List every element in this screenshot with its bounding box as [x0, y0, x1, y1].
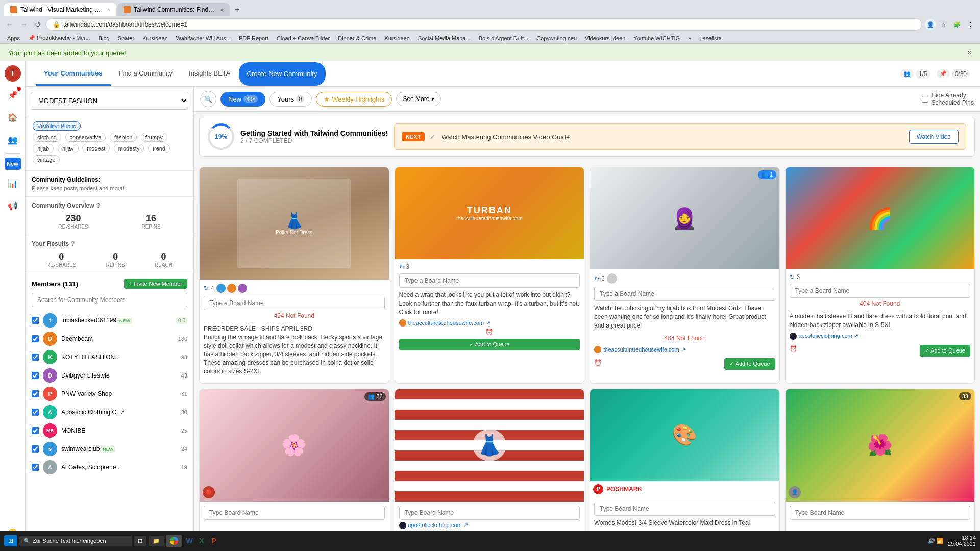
tab-active[interactable]: Tailwind - Visual Marketing Suite... × — [4, 3, 116, 16]
member-checkbox-9[interactable] — [32, 464, 39, 471]
pin-card-6: 👗 apostolicclothing.com ↗ ⏰ ✓ Add to Que… — [395, 389, 585, 546]
powerpoint-item[interactable]: P — [209, 536, 219, 546]
tag-vintage[interactable]: vintage — [33, 155, 60, 164]
pin-emoji-7: 🎨 — [672, 423, 697, 447]
apps-bookmark[interactable]: Apps — [4, 34, 23, 42]
results-help-icon[interactable]: ? — [71, 240, 75, 247]
overview-reshares: 230 RE-SHARES — [58, 213, 88, 230]
member-checkbox-1[interactable] — [32, 317, 39, 324]
left-sidebar: T 📌 🏠 👥 New 📊 📢 😊 — [0, 61, 26, 546]
board-name-input-8[interactable] — [790, 506, 971, 520]
tag-modesty[interactable]: modesty — [114, 144, 144, 153]
bookmark-13[interactable]: Videokurs Ideen — [582, 34, 628, 42]
user-avatar-8: 👤 — [789, 486, 801, 498]
watch-video-button[interactable]: Watch Video — [909, 130, 959, 144]
word-item[interactable]: W — [184, 536, 194, 546]
tag-clothing[interactable]: clothing — [33, 133, 61, 142]
home-icon[interactable]: 🏠 — [4, 108, 22, 127]
add-queue-button-3[interactable]: ✓ Add to Queue — [724, 358, 775, 370]
highlights-filter-button[interactable]: ★ Weekly Highlights — [316, 92, 392, 107]
tab-close-1[interactable]: × — [107, 7, 110, 13]
chrome-item[interactable] — [166, 535, 182, 547]
bookmark-7[interactable]: Cload + Canva Bilder — [274, 34, 333, 42]
forward-button[interactable]: → — [18, 19, 30, 30]
member-checkbox-6[interactable] — [32, 409, 39, 416]
member-checkbox-4[interactable] — [32, 372, 39, 379]
tab-your-communities[interactable]: Your Communities — [36, 62, 111, 86]
back-button[interactable]: ← — [4, 19, 15, 30]
megaphone-icon[interactable]: 📢 — [4, 196, 22, 215]
new-filter-button[interactable]: New 695 — [220, 92, 265, 107]
bookmark-16[interactable]: Leseliste — [696, 34, 724, 42]
tab-insights[interactable]: Insights BETA — [181, 62, 238, 86]
bookmark-3[interactable]: Später — [115, 34, 137, 42]
start-button[interactable]: ⊞ — [4, 535, 17, 546]
overview-help-icon[interactable]: ? — [96, 202, 100, 209]
bookmark-6[interactable]: PDF Report — [236, 34, 272, 42]
tab-find-community[interactable]: Find a Community — [111, 62, 181, 86]
tab-close-2[interactable]: × — [220, 7, 224, 13]
bookmark-4[interactable]: Kursideen — [139, 34, 171, 42]
add-queue-button-2[interactable]: ✓ Add to Queue — [399, 339, 580, 350]
star-icon[interactable]: ☆ — [938, 19, 949, 30]
reload-button[interactable]: ↺ — [33, 19, 43, 30]
search-taskbar[interactable]: 🔍 Zur Suche Text hier eingeben — [19, 536, 132, 546]
hide-scheduled-checkbox[interactable] — [922, 96, 928, 103]
user-avatar[interactable]: T — [5, 65, 21, 82]
yours-filter-button[interactable]: Yours 0 — [270, 92, 312, 107]
bookmark-12[interactable]: Copywriting neu — [533, 34, 580, 42]
member-checkbox-2[interactable] — [32, 335, 39, 342]
bookmark-14[interactable]: Youtube WICHTIG — [630, 34, 683, 42]
menu-icon[interactable]: ⋮ — [965, 19, 976, 30]
tag-hijab[interactable]: hijab — [33, 144, 54, 153]
board-name-input-7[interactable] — [594, 502, 775, 516]
tab-inactive[interactable]: Tailwind Communities: Find Gre... × — [117, 3, 230, 16]
member-checkbox-3[interactable] — [32, 354, 39, 361]
board-name-input-1[interactable] — [204, 296, 385, 310]
check-icon: ✓ — [430, 133, 436, 141]
member-checkbox-5[interactable] — [32, 390, 39, 397]
bookmark-1[interactable]: 📌 Produktsuche - Mer... — [25, 34, 93, 42]
tag-fashion[interactable]: fashion — [110, 133, 137, 142]
board-name-input-2[interactable] — [399, 273, 580, 288]
pin-icon[interactable]: 📌 — [4, 86, 22, 104]
create-community-button[interactable]: Create New Community — [239, 62, 326, 86]
new-icon[interactable]: New — [5, 158, 21, 170]
invite-member-button[interactable]: + Invite New Member — [124, 279, 187, 289]
board-name-input-5[interactable] — [204, 506, 385, 520]
analytics-icon[interactable]: 📊 — [4, 174, 22, 192]
search-button[interactable]: 🔍 — [200, 91, 216, 107]
board-name-input-3[interactable] — [594, 287, 775, 301]
pin-image-6: 👗 — [395, 389, 584, 502]
bookmark-2[interactable]: Blog — [95, 34, 113, 42]
board-name-input-4[interactable] — [790, 284, 971, 298]
add-queue-button-4[interactable]: ✓ Add to Queue — [920, 345, 970, 357]
account-icon[interactable]: 👤 — [925, 19, 936, 30]
tag-hijav[interactable]: hijav — [58, 144, 79, 153]
see-more-button[interactable]: See More ▾ — [396, 92, 441, 106]
bookmark-10[interactable]: Social Media Mana... — [415, 34, 474, 42]
search-members-input[interactable] — [32, 293, 187, 307]
bookmark-15[interactable]: » — [685, 34, 694, 42]
member-checkbox-7[interactable] — [32, 427, 39, 434]
bookmark-8[interactable]: Dinner & Crime — [335, 34, 379, 42]
results-stats: 0 RE-SHARES 0 REPINS 0 REACH — [32, 252, 187, 268]
task-view-button[interactable]: ⊟ — [134, 536, 146, 546]
excel-item[interactable]: X — [197, 536, 207, 546]
tag-conservative[interactable]: conservative — [65, 133, 106, 142]
bookmark-11[interactable]: Bois d'Argent Duft... — [476, 34, 531, 42]
extensions-icon[interactable]: 🧩 — [951, 19, 963, 30]
tag-frumpy[interactable]: frumpy — [141, 133, 167, 142]
community-dropdown[interactable]: MODEST FASHION — [31, 92, 188, 110]
address-bar[interactable]: 🔒 tailwindapp.com/dashboard/tribes/welco… — [46, 18, 922, 31]
member-checkbox-8[interactable] — [32, 445, 39, 453]
bookmark-5[interactable]: Wahlfächer WU Aus... — [173, 34, 234, 42]
notification-close[interactable]: × — [967, 48, 972, 57]
board-name-input-6[interactable] — [399, 506, 580, 520]
communities-icon[interactable]: 👥 — [4, 131, 22, 149]
bookmark-9[interactable]: Kursideen — [381, 34, 413, 42]
new-tab-button[interactable]: + — [231, 4, 243, 15]
tag-modest[interactable]: modest — [82, 144, 110, 153]
explorer-item[interactable]: 📁 — [149, 536, 164, 546]
tag-trend[interactable]: trend — [148, 144, 170, 153]
